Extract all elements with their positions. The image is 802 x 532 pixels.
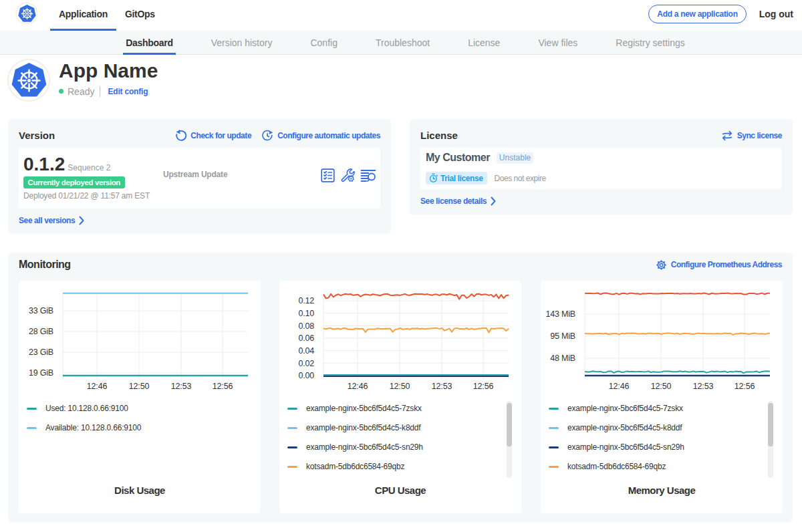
svg-text:12:56: 12:56	[473, 382, 494, 391]
svg-text:12:56: 12:56	[213, 382, 233, 391]
svg-text:0.04: 0.04	[298, 346, 314, 356]
svg-text:12:56: 12:56	[734, 382, 755, 391]
svg-text:23 GiB: 23 GiB	[29, 348, 53, 357]
svg-text:12:53: 12:53	[693, 382, 714, 391]
svg-text:48 MiB: 48 MiB	[550, 354, 575, 363]
svg-text:12:46: 12:46	[609, 382, 630, 391]
svg-text:33 GiB: 33 GiB	[29, 306, 53, 315]
svg-text:143 MiB: 143 MiB	[546, 309, 575, 319]
svg-text:0.10: 0.10	[298, 309, 314, 318]
svg-text:0.12: 0.12	[298, 296, 314, 305]
svg-text:0.00: 0.00	[298, 371, 314, 380]
svg-text:12:46: 12:46	[87, 382, 108, 391]
svg-text:12:50: 12:50	[651, 382, 672, 391]
svg-text:0.08: 0.08	[298, 321, 314, 331]
svg-text:0.06: 0.06	[298, 334, 314, 343]
svg-text:12:50: 12:50	[390, 382, 410, 391]
svg-text:12:53: 12:53	[171, 382, 192, 391]
svg-text:28 GiB: 28 GiB	[29, 327, 53, 336]
svg-text:0.02: 0.02	[298, 359, 314, 368]
svg-text:12:53: 12:53	[432, 382, 452, 391]
svg-text:12:46: 12:46	[348, 382, 368, 391]
svg-text:95 MiB: 95 MiB	[550, 331, 575, 341]
svg-text:12:50: 12:50	[129, 382, 150, 391]
svg-text:19 GiB: 19 GiB	[29, 368, 53, 378]
